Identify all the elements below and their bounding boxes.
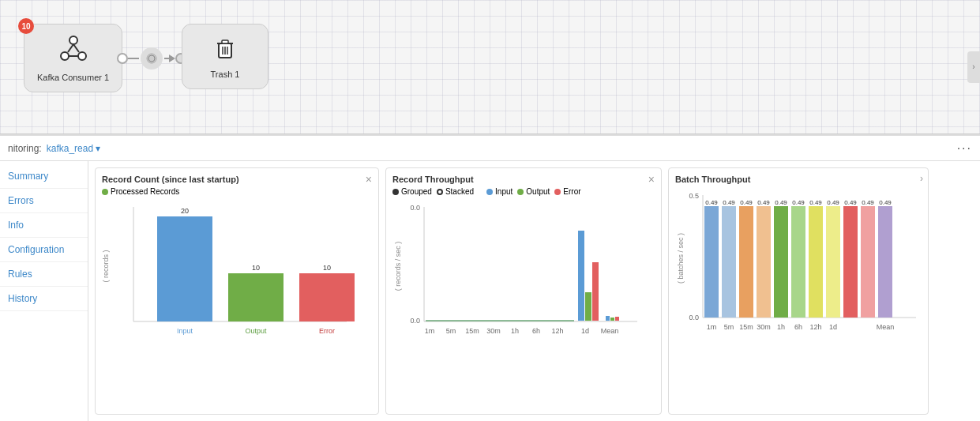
svg-text:Mean: Mean bbox=[601, 327, 619, 335]
throughput-output-bar bbox=[585, 292, 591, 321]
output-legend-dot-icon bbox=[517, 189, 524, 195]
record-throughput-title: Record Throughput bbox=[392, 175, 655, 184]
mean-error-bar bbox=[615, 317, 619, 321]
sidebar-item-errors[interactable]: Errors bbox=[0, 189, 88, 213]
batch-throughput-svg: 0.5 0.0 ( batches / sec ) 0.49 0.49 0.49 bbox=[675, 187, 920, 345]
svg-text:0.49: 0.49 bbox=[844, 199, 857, 206]
record-throughput-body: 0.0 0.0 ( records / sec ) bbox=[392, 199, 655, 408]
sidebar-errors-label: Errors bbox=[8, 195, 34, 206]
svg-text:1d: 1d bbox=[829, 323, 837, 331]
kafka-consumer-node[interactable]: 10 Kafka Consumer 1 bbox=[24, 24, 122, 92]
svg-text:20: 20 bbox=[181, 207, 189, 215]
processed-records-legend: Processed Records bbox=[102, 187, 179, 196]
output-bar bbox=[228, 273, 283, 321]
sidebar-item-summary[interactable]: Summary bbox=[0, 164, 88, 189]
svg-text:( batches / sec ): ( batches / sec ) bbox=[677, 233, 685, 284]
batch-bar-1 bbox=[704, 206, 719, 318]
stacked-legend: Stacked bbox=[437, 187, 474, 196]
record-count-close-icon[interactable]: × bbox=[366, 173, 372, 186]
svg-text:1m: 1m bbox=[707, 323, 717, 331]
output-port bbox=[117, 53, 128, 64]
trash-label: Trash 1 bbox=[211, 70, 240, 79]
svg-text:0.49: 0.49 bbox=[775, 199, 787, 206]
svg-text:10: 10 bbox=[252, 264, 260, 272]
monitoring-body: Summary Errors Info Configuration Rules … bbox=[0, 161, 980, 421]
svg-text:0.5: 0.5 bbox=[689, 192, 699, 200]
throughput-error-bar bbox=[592, 262, 599, 321]
mean-output-bar bbox=[610, 318, 614, 321]
record-throughput-close-icon[interactable]: × bbox=[648, 173, 655, 186]
svg-text:12h: 12h bbox=[551, 327, 563, 335]
svg-text:0.49: 0.49 bbox=[723, 199, 735, 206]
arrow-line bbox=[128, 47, 175, 70]
svg-text:0.49: 0.49 bbox=[879, 199, 892, 206]
record-count-panel: Record Count (since last startup) × Proc… bbox=[95, 167, 379, 415]
svg-text:Input: Input bbox=[177, 327, 193, 335]
monitoring-header: nitoring: kafka_read ▾ ··· bbox=[0, 136, 980, 161]
sidebar: Summary Errors Info Configuration Rules … bbox=[0, 161, 88, 421]
connector bbox=[117, 47, 186, 70]
svg-point-0 bbox=[69, 36, 77, 44]
processed-dot-icon bbox=[102, 189, 108, 195]
canvas-scroll-right[interactable]: › bbox=[967, 51, 980, 83]
svg-text:0.49: 0.49 bbox=[705, 199, 718, 206]
throughput-input-bar bbox=[578, 231, 584, 321]
monitoring-dropdown[interactable]: kafka_read ▾ bbox=[47, 143, 100, 154]
record-throughput-svg: 0.0 0.0 ( records / sec ) bbox=[392, 199, 645, 345]
record-count-legend: Processed Records bbox=[102, 187, 372, 196]
svg-text:10: 10 bbox=[323, 264, 331, 272]
stacked-circle-icon bbox=[437, 189, 443, 195]
record-throughput-panel: Record Throughput × Grouped Stacked Inpu… bbox=[385, 167, 662, 415]
kafka-badge: 10 bbox=[18, 18, 34, 34]
kafka-label: Kafka Consumer 1 bbox=[37, 73, 109, 82]
sidebar-item-configuration[interactable]: Configuration bbox=[0, 238, 88, 262]
svg-point-2 bbox=[78, 52, 86, 60]
sidebar-configuration-label: Configuration bbox=[8, 244, 64, 255]
input-legend-label: Input bbox=[495, 187, 513, 196]
grouped-legend: Grouped bbox=[392, 187, 432, 196]
batch-bar-5 bbox=[774, 206, 788, 318]
svg-text:( records ): ( records ) bbox=[102, 250, 110, 282]
batch-throughput-expand-icon[interactable]: › bbox=[920, 173, 923, 184]
trash-node[interactable]: Trash 1 bbox=[182, 24, 268, 89]
svg-text:1h: 1h bbox=[511, 327, 519, 335]
svg-text:0.0: 0.0 bbox=[689, 314, 699, 321]
record-count-body: ( records ) 20 Input 10 Output 10 Error bbox=[102, 199, 372, 408]
output-legend-label: Output bbox=[526, 187, 550, 196]
arrow-head bbox=[169, 55, 175, 62]
sidebar-item-info[interactable]: Info bbox=[0, 213, 88, 238]
svg-text:15m: 15m bbox=[465, 327, 479, 335]
svg-text:Mean: Mean bbox=[877, 323, 895, 331]
batch-bar-11 bbox=[878, 206, 892, 318]
svg-text:( records / sec ): ( records / sec ) bbox=[394, 242, 402, 291]
batch-throughput-panel: Batch Throughput › 0.5 0.0 ( batches / s… bbox=[668, 167, 929, 415]
svg-text:Output: Output bbox=[245, 327, 267, 335]
record-count-svg: ( records ) 20 Input 10 Output 10 Error bbox=[102, 199, 355, 341]
batch-throughput-title: Batch Throughput bbox=[675, 175, 922, 184]
batch-bar-6 bbox=[791, 206, 805, 318]
processed-label: Processed Records bbox=[111, 187, 179, 196]
canvas-area: 10 Kafka Consumer 1 bbox=[0, 0, 980, 134]
trash-icon bbox=[211, 34, 239, 65]
sidebar-item-rules[interactable]: Rules bbox=[0, 262, 88, 287]
svg-text:1m: 1m bbox=[425, 327, 435, 335]
output-legend: Output bbox=[517, 187, 550, 196]
error-legend-dot-icon bbox=[554, 189, 561, 195]
error-legend: Error bbox=[554, 187, 580, 196]
sidebar-summary-label: Summary bbox=[8, 171, 48, 182]
input-legend: Input bbox=[486, 187, 513, 196]
svg-text:0.49: 0.49 bbox=[827, 199, 839, 206]
svg-line-4 bbox=[73, 44, 79, 52]
batch-bar-9 bbox=[843, 206, 858, 318]
error-bar bbox=[299, 273, 355, 321]
svg-text:0.49: 0.49 bbox=[809, 199, 822, 206]
monitoring-area: nitoring: kafka_read ▾ ··· Summary Error… bbox=[0, 134, 980, 421]
input-legend-dot-icon bbox=[486, 189, 493, 195]
mean-input-bar bbox=[606, 316, 610, 321]
svg-text:0.49: 0.49 bbox=[740, 199, 753, 206]
grouped-label: Grouped bbox=[401, 187, 432, 196]
record-throughput-legend: Grouped Stacked Input Output bbox=[392, 187, 655, 196]
sidebar-item-history[interactable]: History bbox=[0, 287, 88, 311]
monitoring-more-icon[interactable]: ··· bbox=[957, 141, 972, 156]
svg-text:15m: 15m bbox=[739, 323, 753, 331]
